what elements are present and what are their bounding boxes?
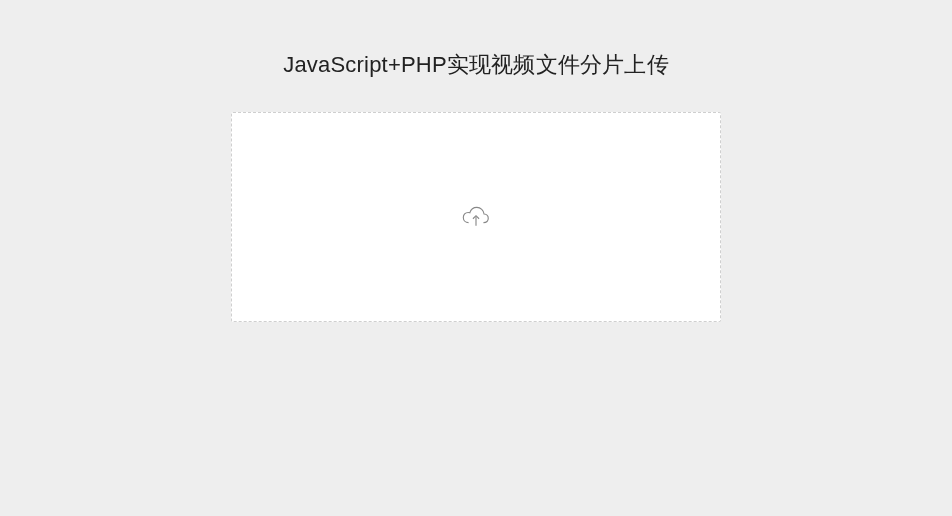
page-title: JavaScript+PHP实现视频文件分片上传 (283, 50, 669, 80)
cloud-upload-icon (461, 202, 491, 232)
file-upload-dropzone[interactable] (231, 112, 721, 322)
page-container: JavaScript+PHP实现视频文件分片上传 (0, 0, 952, 322)
